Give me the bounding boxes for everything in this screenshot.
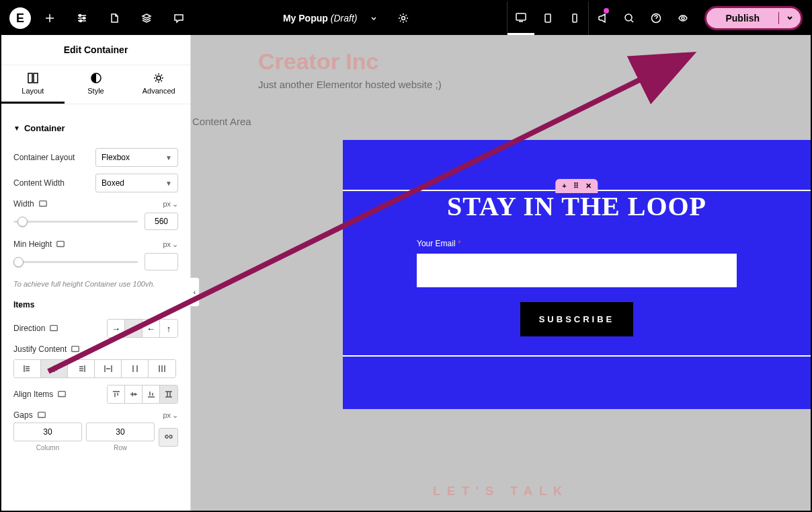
align-start[interactable] <box>108 386 125 403</box>
container-layout-select[interactable]: Flexbox ▼ <box>95 148 178 167</box>
svg-point-13 <box>157 76 161 80</box>
justify-center[interactable] <box>41 360 68 377</box>
responsive-icon <box>38 199 48 209</box>
tab-layout[interactable]: Layout <box>1 65 65 104</box>
width-unit-select[interactable]: px ⌄ <box>163 200 178 209</box>
field-justify: Justify Content <box>13 344 178 378</box>
gaps-inputs: Column Row <box>13 423 178 451</box>
gap-row-label: Row <box>114 444 127 451</box>
min-height-label: Min Height <box>13 240 65 249</box>
svg-rect-15 <box>57 242 65 247</box>
field-width: Width px ⌄ <box>13 199 178 209</box>
width-input[interactable] <box>145 213 178 230</box>
toolbar-center: My Popup (Draft) <box>192 1 507 35</box>
responsive-icon <box>56 240 65 249</box>
search-icon[interactable] <box>616 1 643 35</box>
settings-sliders-icon[interactable] <box>69 1 95 35</box>
justify-end[interactable] <box>68 360 95 377</box>
justify-start[interactable] <box>14 360 41 377</box>
gaps-label: Gaps <box>13 410 46 420</box>
section-container-toggle[interactable]: ▼ Container <box>13 115 178 141</box>
slider-thumb[interactable] <box>17 217 28 227</box>
slider-thumb[interactable] <box>13 257 24 267</box>
site-header: Creator Inc Just another Elementor hoste… <box>191 35 811 104</box>
gaps-unit-select[interactable]: px ⌄ <box>163 411 178 420</box>
width-label: Width <box>13 199 48 209</box>
svg-point-3 <box>401 17 405 20</box>
announcement-icon[interactable] <box>589 1 616 35</box>
justify-label: Justify Content <box>13 344 80 354</box>
document-status: (Draft) <box>331 13 358 24</box>
svg-rect-10 <box>28 73 32 83</box>
justify-space-around[interactable] <box>122 360 149 377</box>
sidebar-tabs: Layout Style Advanced <box>1 65 190 104</box>
tab-advanced[interactable]: Advanced <box>127 65 190 104</box>
justify-space-evenly[interactable] <box>149 360 175 377</box>
help-icon[interactable] <box>643 1 669 35</box>
document-icon[interactable] <box>101 1 128 35</box>
gear-icon[interactable] <box>390 1 417 35</box>
handle-drag-icon[interactable]: ⠿ <box>573 182 579 190</box>
align-center[interactable] <box>125 386 143 403</box>
min-height-unit-select[interactable]: px ⌄ <box>163 240 178 249</box>
preview-icon[interactable] <box>669 1 696 35</box>
tablet-view-icon[interactable] <box>534 1 561 35</box>
mobile-view-icon[interactable] <box>561 1 588 35</box>
min-height-slider-row <box>13 253 178 270</box>
content-width-select[interactable]: Boxed ▼ <box>95 174 178 192</box>
direction-column-reverse[interactable]: ↑ <box>160 320 177 337</box>
chevron-down-icon[interactable] <box>360 1 387 35</box>
gap-column-input[interactable] <box>13 423 82 441</box>
content-width-value: Boxed <box>102 178 124 188</box>
gap-row-input[interactable] <box>86 423 155 441</box>
comment-icon[interactable] <box>165 1 192 35</box>
svg-rect-14 <box>39 201 46 207</box>
direction-column[interactable]: ↓ <box>125 320 143 337</box>
align-end[interactable] <box>143 386 160 403</box>
tab-layout-label: Layout <box>1 87 65 95</box>
responsive-icon <box>71 344 80 354</box>
align-items-label: Align Items <box>13 390 67 399</box>
direction-row[interactable]: → <box>108 320 125 337</box>
svg-rect-19 <box>38 412 45 418</box>
min-height-slider[interactable] <box>13 261 138 263</box>
chevron-down-icon: ▼ <box>165 180 172 187</box>
handle-add-icon[interactable]: + <box>562 182 566 190</box>
sidebar-body: ▼ Container Container Layout Flexbox ▼ C… <box>1 104 190 511</box>
svg-rect-17 <box>72 346 79 352</box>
field-content-width: Content Width Boxed ▼ <box>13 174 178 192</box>
sidebar-collapse-handle[interactable]: ‹ <box>190 277 200 307</box>
email-field[interactable] <box>417 254 737 287</box>
layers-icon[interactable] <box>133 1 160 35</box>
svg-rect-16 <box>50 326 58 331</box>
desktop-view-icon[interactable] <box>508 1 534 35</box>
popup-inner: STAY IN THE LOOP Your Email * SUBSCRIBE <box>343 140 811 350</box>
responsive-icon <box>37 410 46 420</box>
min-height-input[interactable] <box>145 253 178 270</box>
direction-row-reverse[interactable]: ← <box>143 320 160 337</box>
subscribe-button[interactable]: SUBSCRIBE <box>520 302 634 336</box>
element-handle: + ⠿ ✕ <box>555 179 598 193</box>
gap-link-toggle[interactable] <box>159 428 178 447</box>
width-slider[interactable] <box>13 221 138 223</box>
publish-button-group: Publish <box>704 6 803 30</box>
publish-button[interactable]: Publish <box>706 13 778 24</box>
field-container-layout: Container Layout Flexbox ▼ <box>13 148 178 167</box>
handle-close-icon[interactable]: ✕ <box>585 182 592 190</box>
elementor-logo[interactable]: E <box>9 7 31 29</box>
top-toolbar: E My Popup (Draft) Publish <box>1 1 811 35</box>
field-align-items: Align Items <box>13 385 178 404</box>
publish-dropdown-icon[interactable] <box>778 12 801 24</box>
tab-style[interactable]: Style <box>65 65 128 104</box>
justify-space-between[interactable] <box>95 360 122 377</box>
field-direction: Direction → ↓ ← ↑ <box>13 319 178 338</box>
popup-container[interactable]: + ⠿ ✕ STAY IN THE LOOP Your Email * SUBS… <box>343 140 811 409</box>
add-icon[interactable] <box>36 1 63 35</box>
caret-down-icon: ▼ <box>13 124 20 132</box>
align-stretch[interactable] <box>160 386 177 403</box>
advanced-gear-icon <box>127 72 190 84</box>
svg-point-1 <box>83 17 85 20</box>
container-layout-label: Container Layout <box>13 153 75 162</box>
align-buttons <box>107 385 178 404</box>
gap-column-label: Column <box>36 444 59 451</box>
